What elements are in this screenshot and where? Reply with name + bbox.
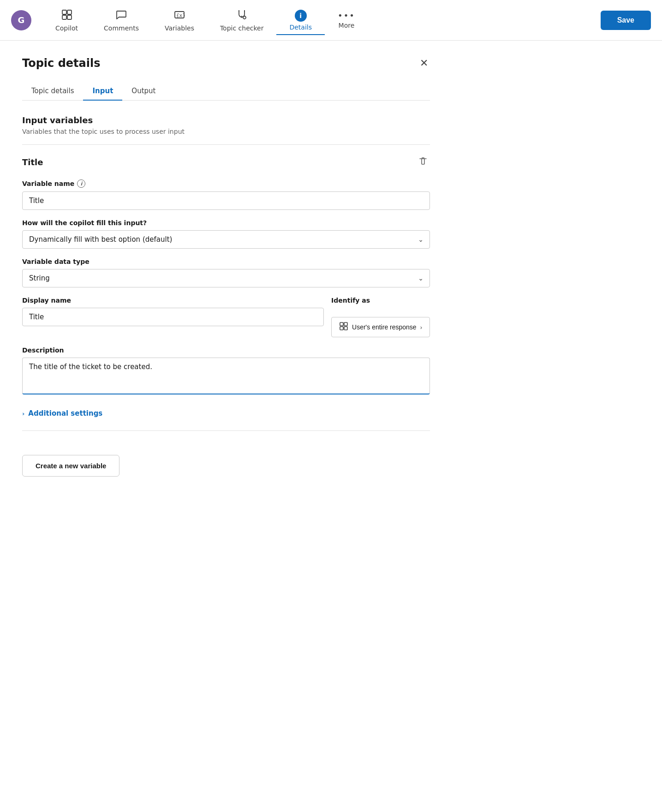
- svg-rect-1: [67, 10, 72, 14]
- svg-point-6: [243, 16, 246, 19]
- panel-header: Topic details ✕: [22, 55, 430, 71]
- display-identify-row: Display name Identify as: [22, 297, 430, 337]
- panel-title: Topic details: [22, 57, 101, 70]
- variable-card: Title Variable name i How will the copil…: [22, 154, 430, 396]
- nav-variables-label: Variables: [165, 24, 194, 32]
- save-button[interactable]: Save: [601, 11, 651, 30]
- nav-items: Copilot Comments {x} V: [42, 5, 597, 36]
- additional-settings-label: Additional settings: [28, 409, 102, 418]
- svg-rect-12: [344, 327, 347, 330]
- create-variable-button[interactable]: Create a new variable: [22, 455, 119, 477]
- identify-as-group: Identify as User's entire response ›: [331, 297, 430, 337]
- tabs: Topic details Input Output: [22, 82, 430, 101]
- svg-rect-10: [344, 322, 347, 326]
- top-nav: G Copilot: [0, 0, 662, 41]
- tab-topic-details[interactable]: Topic details: [22, 82, 83, 101]
- tab-input[interactable]: Input: [83, 82, 122, 101]
- svg-rect-9: [340, 322, 343, 326]
- nav-copilot-label: Copilot: [55, 24, 78, 32]
- svg-rect-11: [340, 327, 343, 330]
- variable-name-label: Variable name i: [22, 179, 430, 188]
- fill-input-select[interactable]: Dynamically fill with best option (defau…: [22, 230, 430, 249]
- chevron-right-icon: ›: [22, 410, 24, 417]
- comments-icon: [115, 9, 127, 23]
- identify-as-label: Identify as: [331, 297, 430, 304]
- nav-item-topic-checker[interactable]: Topic checker: [207, 5, 277, 36]
- svg-rect-0: [62, 10, 66, 14]
- data-type-label: Variable data type: [22, 258, 430, 265]
- variable-card-header: Title: [22, 154, 430, 170]
- variable-name-field-group: Variable name i: [22, 179, 430, 210]
- section-description: Variables that the topic uses to process…: [22, 128, 430, 135]
- svg-rect-2: [62, 15, 66, 19]
- tab-output[interactable]: Output: [122, 82, 165, 101]
- avatar: G: [11, 10, 31, 30]
- copilot-icon: [61, 9, 73, 23]
- identify-as-chevron-icon: ›: [420, 324, 422, 331]
- description-label: Description: [22, 346, 430, 354]
- display-name-input[interactable]: [22, 308, 324, 326]
- svg-rect-3: [67, 15, 72, 19]
- variable-name: Title: [22, 157, 43, 167]
- data-type-field-group: Variable data type String ⌄: [22, 258, 430, 287]
- data-type-select-wrapper: String ⌄: [22, 269, 430, 287]
- nav-item-details[interactable]: i Details: [276, 6, 325, 35]
- display-name-field-group: Display name: [22, 297, 324, 326]
- svg-text:{x}: {x}: [176, 12, 185, 18]
- variable-name-info-icon[interactable]: i: [77, 179, 85, 188]
- identify-as-icon: [339, 322, 348, 333]
- fill-input-field-group: How will the copilot fill this input? Dy…: [22, 219, 430, 249]
- delete-button[interactable]: [416, 154, 430, 170]
- nav-item-comments[interactable]: Comments: [91, 5, 152, 36]
- info-circle-icon: i: [295, 10, 307, 22]
- description-field-group: Description The title of the ticket to b…: [22, 346, 430, 396]
- nav-details-label: Details: [289, 24, 312, 31]
- bottom-divider: [22, 430, 430, 431]
- description-input[interactable]: The title of the ticket to be created.: [22, 358, 430, 394]
- stethoscope-icon: [236, 9, 248, 23]
- section-title: Input variables: [22, 115, 430, 125]
- fill-input-label: How will the copilot fill this input?: [22, 219, 430, 227]
- nav-item-more[interactable]: ••• More: [325, 8, 368, 33]
- close-button[interactable]: ✕: [418, 55, 430, 71]
- ellipsis-icon: •••: [338, 12, 355, 20]
- additional-settings-toggle[interactable]: › Additional settings: [22, 406, 430, 421]
- nav-item-copilot[interactable]: Copilot: [42, 5, 91, 36]
- main-panel: Topic details ✕ Topic details Input Outp…: [0, 41, 452, 491]
- nav-more-label: More: [339, 22, 355, 29]
- data-type-select[interactable]: String: [22, 269, 430, 287]
- variables-icon: {x}: [173, 9, 185, 23]
- nav-comments-label: Comments: [104, 24, 139, 32]
- variable-name-input[interactable]: [22, 191, 430, 210]
- nav-item-variables[interactable]: {x} Variables: [152, 5, 207, 36]
- display-name-label: Display name: [22, 297, 324, 304]
- identify-as-value: User's entire response: [352, 323, 417, 331]
- nav-topic-checker-label: Topic checker: [220, 24, 264, 32]
- divider: [22, 144, 430, 145]
- identify-as-button[interactable]: User's entire response ›: [331, 317, 430, 337]
- fill-input-select-wrapper: Dynamically fill with best option (defau…: [22, 230, 430, 249]
